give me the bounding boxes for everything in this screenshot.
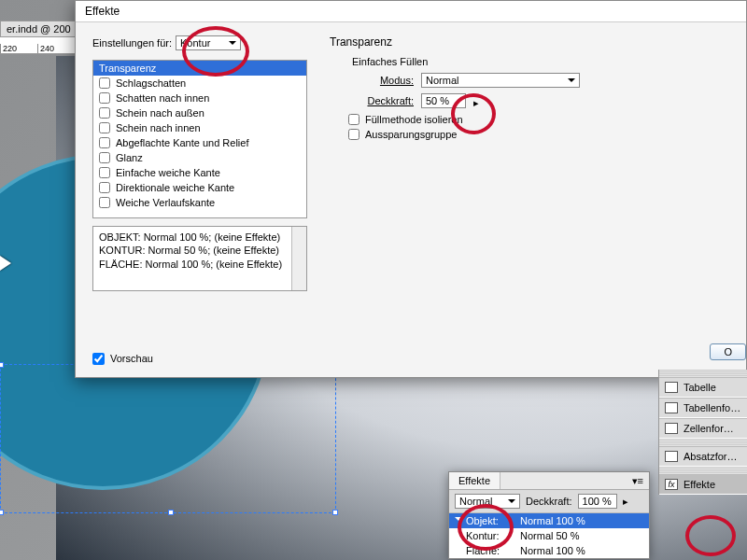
panel-menu-icon[interactable]: ▾≡ (627, 475, 649, 487)
panel-label: Zellenfor… (684, 423, 734, 434)
effect-checkbox[interactable] (99, 167, 110, 178)
panel-label: Tabellenfo… (684, 402, 740, 413)
opacity-flyout-icon[interactable]: ▸ (623, 496, 628, 508)
checkbox-label: Füllmethode isolieren (365, 114, 463, 125)
effect-checkbox[interactable] (99, 77, 110, 89)
effect-checkbox[interactable] (99, 152, 110, 163)
effects-list-item[interactable]: Weiche Verlaufskante (93, 195, 306, 210)
list-item-label: Schein nach außen (116, 107, 204, 119)
opacity-input[interactable] (421, 93, 466, 108)
effects-list-item[interactable]: Direktionale weiche Kante (93, 180, 306, 195)
preview-label: Vorschau (110, 353, 153, 364)
effects-dialog: Effekte Einstellungen für: Kontur Transp… (75, 0, 747, 378)
ok-button[interactable]: O (710, 343, 746, 360)
list-item-label: Transparenz (99, 63, 156, 74)
panel-opacity-label: Deckkraft: (526, 496, 572, 507)
panel-label: Tabelle (684, 382, 716, 393)
preview-checkbox[interactable] (92, 353, 105, 365)
effects-list-item[interactable]: Schatten nach innen (93, 91, 306, 105)
list-item-label: Weiche Verlaufskante (116, 197, 215, 208)
effects-list-item[interactable]: Glanz (93, 150, 306, 165)
simple-fill-group: Einfaches Füllen Modus: Normal Deckkraft… (330, 56, 729, 144)
panel-label: Absatzfor… (684, 451, 737, 462)
opacity-label: Deckkraft: (348, 95, 414, 106)
settings-for-combo[interactable]: Kontur (176, 35, 241, 50)
effects-list-item[interactable]: Einfache weiche Kante (93, 165, 306, 180)
effect-checkbox[interactable] (99, 107, 110, 119)
row-value: Normal 50 % (520, 530, 580, 541)
effect-checkbox[interactable] (99, 92, 110, 104)
list-item-label: Schatten nach innen (116, 92, 209, 104)
mode-label: Modus: (348, 75, 414, 86)
document-tab[interactable]: er.indd @ 200 (0, 21, 78, 37)
summary-line: FLÄCHE: Normal 100 %; (keine Effekte) (99, 258, 301, 271)
effects-list[interactable]: Transparenz Schlagschatten Schatten nach… (92, 60, 307, 218)
list-item-label: Glanz (116, 152, 143, 163)
cell-format-icon (665, 423, 678, 434)
list-item-label: Abgeflachte Kante und Relief (116, 137, 249, 148)
row-label: Kontur: (466, 530, 520, 541)
panel-item-tabelle[interactable]: Tabelle (659, 377, 747, 398)
fx-icon: fx (665, 479, 678, 490)
effects-list-item[interactable]: Schein nach außen (93, 105, 306, 120)
panel-separator (659, 370, 747, 377)
resize-handle[interactable] (0, 362, 4, 368)
row-value: Normal 100 % (520, 515, 585, 526)
opacity-flyout-icon[interactable]: ▸ (473, 97, 483, 105)
ruler-mark: 240 (37, 44, 75, 53)
panel-item-tabellenformate[interactable]: Tabellenfo… (659, 398, 747, 418)
panel-item-effekte[interactable]: fxEffekte (659, 474, 747, 495)
panel-row-flaeche[interactable]: Fläche:Normal 100 % (449, 543, 649, 558)
list-item-label: Schein nach innen (116, 122, 201, 133)
knockout-group-checkbox[interactable] (348, 129, 359, 140)
list-item-label: Einfache weiche Kante (116, 167, 220, 178)
effects-list-item[interactable]: Schein nach innen (93, 120, 306, 135)
effects-summary: OBJEKT: Normal 100 %; (keine Effekte) KO… (92, 226, 307, 291)
section-title: Transparenz (330, 35, 729, 49)
panel-header[interactable]: Effekte ▾≡ (449, 472, 649, 490)
panel-target-list[interactable]: Objekt:Normal 100 % Kontur:Normal 50 % F… (449, 513, 649, 558)
effects-panel[interactable]: Effekte ▾≡ Normal Deckkraft: ▸ Objekt:No… (448, 471, 650, 559)
table-format-icon (665, 402, 678, 413)
effect-checkbox[interactable] (99, 182, 110, 193)
effect-checkbox[interactable] (99, 137, 110, 148)
checkbox-label: Aussparungsgruppe (365, 129, 457, 140)
panel-tab-effekte[interactable]: Effekte (449, 472, 500, 489)
panel-item-absatzformate[interactable]: Absatzfor… (659, 446, 747, 467)
effects-list-item[interactable]: Schlagschatten (93, 76, 306, 91)
summary-line: OBJEKT: Normal 100 %; (keine Effekte) (99, 231, 301, 244)
table-icon (665, 382, 678, 393)
panel-item-zellenformate[interactable]: Zellenfor… (659, 418, 747, 439)
panel-blend-mode-combo[interactable]: Normal (455, 494, 520, 509)
blend-mode-combo[interactable]: Normal (421, 73, 580, 88)
cursor-icon (0, 256, 11, 271)
ruler-mark: 220 (0, 44, 37, 53)
row-label: Objekt: (466, 515, 520, 526)
resize-handle[interactable] (332, 510, 338, 515)
effect-checkbox[interactable] (99, 197, 110, 208)
effect-checkbox[interactable] (99, 122, 110, 133)
effects-list-item[interactable]: Abgeflachte Kante und Relief (93, 135, 306, 150)
expand-icon[interactable] (455, 517, 462, 525)
panel-opacity-input[interactable] (578, 494, 617, 509)
right-panel-dock[interactable]: Tabelle Tabellenfo… Zellenfor… Absatzfor… (658, 370, 747, 495)
resize-handle[interactable] (168, 510, 174, 515)
isolate-blending-checkbox[interactable] (348, 114, 359, 125)
row-value: Normal 100 % (520, 545, 585, 556)
effects-list-item-transparenz[interactable]: Transparenz (93, 61, 306, 76)
group-legend: Einfaches Füllen (348, 56, 431, 67)
resize-handle[interactable] (0, 510, 4, 515)
panel-separator (659, 467, 747, 474)
list-item-label: Schlagschatten (116, 77, 186, 89)
panel-row-objekt[interactable]: Objekt:Normal 100 % (449, 513, 649, 528)
panel-label: Effekte (684, 479, 715, 490)
settings-for-label: Einstellungen für: (92, 37, 172, 49)
selection-frame[interactable] (0, 364, 336, 513)
panel-separator (659, 439, 747, 446)
summary-line: KONTUR: Normal 50 %; (keine Effekte) (99, 244, 301, 257)
summary-scrollbar[interactable] (291, 227, 306, 290)
panel-row-kontur[interactable]: Kontur:Normal 50 % (449, 528, 649, 543)
dialog-title: Effekte (76, 1, 746, 22)
para-format-icon (665, 451, 678, 462)
row-label: Fläche: (466, 545, 520, 556)
